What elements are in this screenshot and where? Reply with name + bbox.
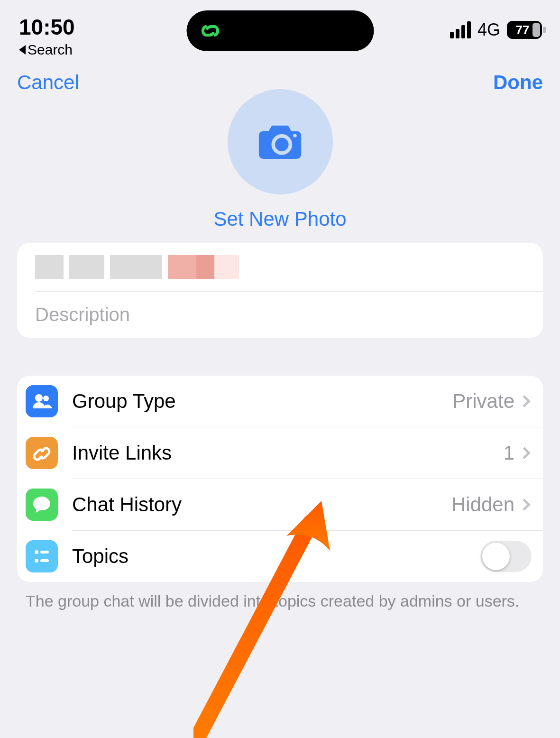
camera-icon — [257, 123, 303, 161]
group-photo-placeholder[interactable] — [228, 89, 333, 194]
svg-point-2 — [35, 394, 43, 402]
back-label: Search — [28, 42, 73, 58]
status-bar: 10:50 Search 4G 77 — [0, 0, 560, 62]
link-icon — [199, 23, 221, 39]
svg-point-4 — [35, 550, 38, 554]
battery-percent: 77 — [516, 23, 530, 37]
chat-history-value: Hidden — [451, 493, 514, 516]
back-to-search[interactable]: Search — [19, 42, 75, 58]
list-icon — [32, 546, 52, 566]
svg-point-6 — [35, 559, 38, 563]
chat-history-label: Chat History — [72, 493, 451, 516]
people-icon — [32, 393, 52, 409]
topics-icon — [26, 540, 58, 572]
battery-icon: 77 — [507, 21, 542, 39]
chevron-right-icon — [518, 395, 530, 407]
redacted-name — [35, 255, 525, 279]
invite-links-label: Invite Links — [72, 442, 504, 464]
done-button[interactable]: Done — [493, 71, 543, 94]
invite-links-value: 1 — [504, 442, 514, 464]
chevron-right-icon — [518, 447, 530, 459]
group-name-input-row[interactable] — [17, 243, 543, 291]
svg-point-3 — [43, 396, 49, 401]
invite-links-row[interactable]: Invite Links 1 — [17, 427, 543, 479]
topics-toggle[interactable] — [480, 541, 532, 572]
chevron-right-icon — [518, 498, 530, 510]
group-type-icon — [26, 385, 58, 417]
description-input-row[interactable] — [17, 292, 543, 338]
description-input[interactable] — [35, 304, 525, 325]
group-type-label: Group Type — [72, 390, 452, 413]
chat-history-row[interactable]: Chat History Hidden — [17, 479, 543, 530]
settings-card: Group Type Private Invite Links 1 Chat H… — [17, 376, 543, 582]
topics-footer-text: The group chat will be divided into topi… — [0, 582, 560, 612]
set-new-photo-button[interactable]: Set New Photo — [213, 208, 346, 231]
svg-point-1 — [293, 134, 297, 138]
topics-row: Topics — [17, 531, 543, 582]
dynamic-island[interactable] — [186, 10, 374, 51]
svg-rect-7 — [40, 559, 49, 562]
network-label: 4G — [477, 20, 500, 40]
back-triangle-icon — [19, 45, 26, 55]
group-type-value: Private — [452, 390, 514, 413]
invite-links-icon — [26, 437, 58, 469]
cellular-signal-icon — [450, 21, 471, 38]
cancel-button[interactable]: Cancel — [17, 71, 79, 94]
link-icon — [32, 443, 51, 462]
chat-history-icon — [26, 489, 58, 521]
speech-bubble-icon — [32, 495, 52, 514]
name-description-card — [17, 243, 543, 338]
svg-rect-5 — [40, 551, 49, 554]
topics-label: Topics — [72, 545, 480, 568]
status-time: 10:50 — [19, 14, 75, 40]
group-type-row[interactable]: Group Type Private — [17, 376, 543, 427]
